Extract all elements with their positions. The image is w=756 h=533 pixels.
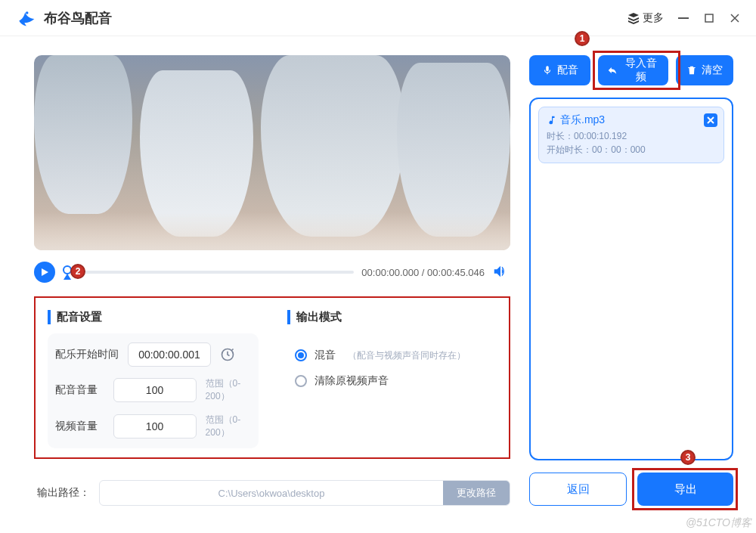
svg-rect-1 xyxy=(678,17,689,19)
output-path-value: C:\Users\okwoa\desktop xyxy=(100,481,443,505)
mix-label: 混音 xyxy=(314,349,336,362)
export-button[interactable]: 导出 xyxy=(637,473,733,506)
start-time-label: 配乐开始时间 xyxy=(55,348,119,361)
audio-file-name: 音乐.mp3 xyxy=(547,113,716,127)
audio-delete-button[interactable] xyxy=(704,113,717,127)
mix-hint: （配音与视频声音同时存在） xyxy=(348,349,466,362)
change-path-button[interactable]: 更改路径 xyxy=(443,481,510,505)
video-preview[interactable] xyxy=(34,55,510,250)
start-time-input[interactable] xyxy=(128,342,211,367)
stack-icon xyxy=(627,12,640,24)
title-left: 布谷鸟配音 xyxy=(15,8,112,29)
time-label: 00:00:00.000 / 00:00:45.046 xyxy=(361,267,485,278)
import-audio-button[interactable]: 导入音频 xyxy=(598,55,668,85)
app-logo xyxy=(15,8,36,29)
record-button[interactable]: 配音 xyxy=(529,55,590,85)
minimize-button[interactable] xyxy=(677,12,689,24)
trash-icon xyxy=(686,65,697,76)
app-title: 布谷鸟配音 xyxy=(44,9,112,27)
dub-volume-label: 配音音量 xyxy=(55,383,104,397)
titlebar: 布谷鸟配音 更多 xyxy=(0,0,756,36)
marker-triangle-icon xyxy=(64,274,71,280)
video-volume-hint: 范围（0-200） xyxy=(206,414,251,439)
mix-radio-row[interactable]: 混音 （配音与视频声音同时存在） xyxy=(295,349,491,362)
audio-item[interactable]: 音乐.mp3 时长：00:00:10.192 开始时长：00：00：000 xyxy=(538,107,724,163)
output-path-label: 输出路径： xyxy=(37,486,90,500)
annotation-3: 3 xyxy=(680,450,696,465)
annotation-2: 2 xyxy=(70,264,85,279)
close-button[interactable] xyxy=(729,12,741,24)
reply-icon xyxy=(607,65,618,76)
svg-point-0 xyxy=(26,11,29,14)
svg-rect-2 xyxy=(705,14,713,22)
volume-icon xyxy=(492,263,509,280)
output-mode-title: 输出模式 xyxy=(287,310,498,324)
output-mode-panel: 输出模式 混音 （配音与视频声音同时存在） 清除原视频声音 xyxy=(277,299,507,456)
volume-button[interactable] xyxy=(492,263,510,281)
remove-radio[interactable] xyxy=(295,375,307,387)
watermark: @51CTO博客 xyxy=(686,516,751,530)
close-icon xyxy=(707,116,714,124)
music-icon xyxy=(547,115,557,126)
video-volume-label: 视频音量 xyxy=(55,420,104,433)
audio-meta: 时长：00:00:10.192 开始时长：00：00：000 xyxy=(547,129,716,156)
remove-label: 清除原视频声音 xyxy=(314,374,389,388)
mix-radio[interactable] xyxy=(295,349,307,361)
dub-settings-panel: 配音设置 配乐开始时间 配音音量 范围（0-200） 视频音量 xyxy=(37,299,268,456)
top-buttons: 1 配音 导入音频 清空 xyxy=(529,55,733,85)
output-path-box: C:\Users\okwoa\desktop 更改路径 xyxy=(99,480,510,506)
video-volume-input[interactable] xyxy=(113,414,197,438)
maximize-button[interactable] xyxy=(703,12,715,24)
audio-list: 音乐.mp3 时长：00:00:10.192 开始时长：00：00：000 xyxy=(529,98,733,460)
settings-section: 配音设置 配乐开始时间 配音音量 范围（0-200） 视频音量 xyxy=(34,296,510,459)
annotation-1: 1 xyxy=(575,31,590,46)
player-bar: 2 00:00:00.000 / 00:00:45.046 xyxy=(34,262,510,283)
clock-icon[interactable] xyxy=(220,347,235,362)
more-button[interactable]: 更多 xyxy=(627,11,664,25)
output-path-row: 输出路径： C:\Users\okwoa\desktop 更改路径 xyxy=(34,480,510,506)
mic-icon xyxy=(542,65,553,76)
progress-track[interactable] xyxy=(79,271,354,274)
play-icon xyxy=(40,268,49,277)
bottom-buttons: 3 返回 导出 xyxy=(529,473,733,506)
back-button[interactable]: 返回 xyxy=(529,473,627,506)
title-right: 更多 xyxy=(627,11,741,25)
play-button[interactable] xyxy=(34,262,55,283)
dub-settings-title: 配音设置 xyxy=(48,310,259,324)
dub-volume-hint: 范围（0-200） xyxy=(206,377,251,403)
clear-button[interactable]: 清空 xyxy=(676,55,733,85)
dub-volume-input[interactable] xyxy=(113,378,197,402)
remove-radio-row[interactable]: 清除原视频声音 xyxy=(295,374,491,388)
